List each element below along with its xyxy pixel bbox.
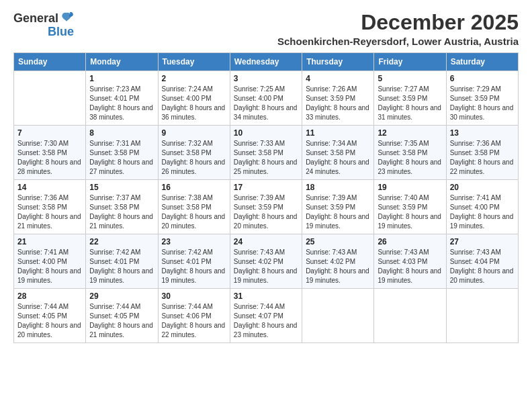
- day-number: 25: [306, 237, 370, 246]
- calendar-cell: 26 Sunrise: 7:43 AMSunset: 4:03 PMDaylig…: [374, 234, 446, 289]
- calendar-cell: 17 Sunrise: 7:39 AMSunset: 3:59 PMDaylig…: [230, 180, 302, 234]
- calendar-cell: [302, 289, 374, 343]
- calendar-table: SundayMondayTuesdayWednesdayThursdayFrid…: [13, 52, 519, 343]
- calendar-cell: [374, 289, 446, 343]
- day-info: Sunrise: 7:41 AMSunset: 4:00 PMDaylight:…: [450, 193, 515, 231]
- day-number: 7: [17, 128, 82, 138]
- logo-general: General: [13, 12, 58, 24]
- month-title: December 2025: [277, 11, 519, 34]
- calendar-cell: 9 Sunrise: 7:32 AMSunset: 3:58 PMDayligh…: [158, 126, 230, 180]
- day-info: Sunrise: 7:39 AMSunset: 3:59 PMDaylight:…: [234, 193, 298, 231]
- calendar-cell: 14 Sunrise: 7:36 AMSunset: 3:58 PMDaylig…: [14, 180, 86, 234]
- day-info: Sunrise: 7:42 AMSunset: 4:01 PMDaylight:…: [162, 248, 226, 285]
- calendar-week-row: 7 Sunrise: 7:30 AMSunset: 3:58 PMDayligh…: [14, 126, 519, 180]
- calendar-week-row: 28 Sunrise: 7:44 AMSunset: 4:05 PMDaylig…: [14, 289, 519, 343]
- day-number: 21: [17, 237, 82, 246]
- day-info: Sunrise: 7:25 AMSunset: 4:00 PMDaylight:…: [234, 85, 298, 122]
- calendar-header-row: SundayMondayTuesdayWednesdayThursdayFrid…: [14, 53, 519, 71]
- calendar-cell: 24 Sunrise: 7:43 AMSunset: 4:02 PMDaylig…: [230, 234, 302, 289]
- day-number: 19: [378, 183, 442, 192]
- weekday-header: Saturday: [446, 53, 518, 71]
- calendar-cell: 23 Sunrise: 7:42 AMSunset: 4:01 PMDaylig…: [158, 234, 230, 289]
- location-title: Schoenkirchen-Reyersdorf, Lower Austria,…: [277, 36, 519, 47]
- logo: General Blue: [13, 11, 74, 38]
- day-number: 22: [89, 237, 154, 246]
- day-info: Sunrise: 7:26 AMSunset: 3:59 PMDaylight:…: [306, 85, 370, 122]
- calendar-cell: 1 Sunrise: 7:23 AMSunset: 4:01 PMDayligh…: [86, 71, 158, 126]
- day-info: Sunrise: 7:36 AMSunset: 3:58 PMDaylight:…: [17, 193, 82, 231]
- calendar-cell: 25 Sunrise: 7:43 AMSunset: 4:02 PMDaylig…: [302, 234, 374, 289]
- day-number: 27: [450, 237, 515, 246]
- calendar-cell: 2 Sunrise: 7:24 AMSunset: 4:00 PMDayligh…: [158, 71, 230, 126]
- day-info: Sunrise: 7:44 AMSunset: 4:07 PMDaylight:…: [234, 302, 298, 340]
- logo-blue: Blue: [48, 26, 74, 38]
- weekday-header: Friday: [374, 53, 446, 71]
- weekday-header: Tuesday: [158, 53, 230, 71]
- calendar-cell: 16 Sunrise: 7:38 AMSunset: 3:58 PMDaylig…: [158, 180, 230, 234]
- calendar-cell: 18 Sunrise: 7:39 AMSunset: 3:59 PMDaylig…: [302, 180, 374, 234]
- logo-bird-icon: [59, 11, 74, 26]
- day-number: 10: [234, 128, 298, 138]
- day-number: 23: [162, 237, 226, 246]
- day-number: 3: [234, 74, 298, 83]
- day-info: Sunrise: 7:29 AMSunset: 3:59 PMDaylight:…: [450, 85, 515, 122]
- day-number: 4: [306, 74, 370, 83]
- calendar-cell: 22 Sunrise: 7:42 AMSunset: 4:01 PMDaylig…: [86, 234, 158, 289]
- day-number: 26: [378, 237, 442, 246]
- day-info: Sunrise: 7:43 AMSunset: 4:02 PMDaylight:…: [306, 248, 370, 285]
- day-number: 5: [378, 74, 442, 83]
- day-info: Sunrise: 7:44 AMSunset: 4:06 PMDaylight:…: [162, 302, 226, 340]
- title-block: December 2025 Schoenkirchen-Reyersdorf, …: [277, 11, 519, 47]
- day-info: Sunrise: 7:44 AMSunset: 4:05 PMDaylight:…: [17, 302, 82, 340]
- day-info: Sunrise: 7:43 AMSunset: 4:03 PMDaylight:…: [378, 248, 442, 285]
- day-number: 8: [89, 128, 154, 138]
- calendar-cell: 15 Sunrise: 7:37 AMSunset: 3:58 PMDaylig…: [86, 180, 158, 234]
- calendar-cell: 27 Sunrise: 7:43 AMSunset: 4:04 PMDaylig…: [446, 234, 518, 289]
- day-info: Sunrise: 7:36 AMSunset: 3:58 PMDaylight:…: [450, 139, 515, 177]
- page-header: General Blue December 2025 Schoenkirchen…: [13, 11, 519, 47]
- calendar-cell: 7 Sunrise: 7:30 AMSunset: 3:58 PMDayligh…: [14, 126, 86, 180]
- day-info: Sunrise: 7:33 AMSunset: 3:58 PMDaylight:…: [234, 139, 298, 177]
- day-info: Sunrise: 7:38 AMSunset: 3:58 PMDaylight:…: [162, 193, 226, 231]
- day-info: Sunrise: 7:43 AMSunset: 4:02 PMDaylight:…: [234, 248, 298, 285]
- day-info: Sunrise: 7:30 AMSunset: 3:58 PMDaylight:…: [17, 139, 82, 177]
- day-number: 14: [17, 183, 82, 192]
- calendar-cell: [446, 289, 518, 343]
- day-number: 13: [450, 128, 515, 138]
- day-number: 9: [162, 128, 226, 138]
- day-info: Sunrise: 7:39 AMSunset: 3:59 PMDaylight:…: [306, 193, 370, 231]
- day-number: 2: [162, 74, 226, 83]
- calendar-cell: 29 Sunrise: 7:44 AMSunset: 4:05 PMDaylig…: [86, 289, 158, 343]
- day-info: Sunrise: 7:43 AMSunset: 4:04 PMDaylight:…: [450, 248, 515, 285]
- calendar-cell: 19 Sunrise: 7:40 AMSunset: 3:59 PMDaylig…: [374, 180, 446, 234]
- calendar-cell: 31 Sunrise: 7:44 AMSunset: 4:07 PMDaylig…: [230, 289, 302, 343]
- day-info: Sunrise: 7:42 AMSunset: 4:01 PMDaylight:…: [89, 248, 154, 285]
- day-number: 11: [306, 128, 370, 138]
- day-number: 20: [450, 183, 515, 192]
- day-number: 15: [89, 183, 154, 192]
- day-number: 6: [450, 74, 515, 83]
- day-number: 12: [378, 128, 442, 138]
- calendar-cell: 20 Sunrise: 7:41 AMSunset: 4:00 PMDaylig…: [446, 180, 518, 234]
- day-number: 1: [89, 74, 154, 83]
- weekday-header: Wednesday: [230, 53, 302, 71]
- day-info: Sunrise: 7:24 AMSunset: 4:00 PMDaylight:…: [162, 85, 226, 122]
- day-info: Sunrise: 7:32 AMSunset: 3:58 PMDaylight:…: [162, 139, 226, 177]
- day-number: 29: [89, 291, 154, 301]
- day-info: Sunrise: 7:34 AMSunset: 3:58 PMDaylight:…: [306, 139, 370, 177]
- calendar-week-row: 21 Sunrise: 7:41 AMSunset: 4:00 PMDaylig…: [14, 234, 519, 289]
- calendar-cell: 4 Sunrise: 7:26 AMSunset: 3:59 PMDayligh…: [302, 71, 374, 126]
- day-info: Sunrise: 7:31 AMSunset: 3:58 PMDaylight:…: [89, 139, 154, 177]
- day-number: 18: [306, 183, 370, 192]
- calendar-week-row: 1 Sunrise: 7:23 AMSunset: 4:01 PMDayligh…: [14, 71, 519, 126]
- day-number: 30: [162, 291, 226, 301]
- calendar-cell: [14, 71, 86, 126]
- calendar-cell: 21 Sunrise: 7:41 AMSunset: 4:00 PMDaylig…: [14, 234, 86, 289]
- day-info: Sunrise: 7:41 AMSunset: 4:00 PMDaylight:…: [17, 248, 82, 285]
- day-info: Sunrise: 7:40 AMSunset: 3:59 PMDaylight:…: [378, 193, 442, 231]
- calendar-cell: 13 Sunrise: 7:36 AMSunset: 3:58 PMDaylig…: [446, 126, 518, 180]
- day-number: 24: [234, 237, 298, 246]
- day-info: Sunrise: 7:37 AMSunset: 3:58 PMDaylight:…: [89, 193, 154, 231]
- day-info: Sunrise: 7:44 AMSunset: 4:05 PMDaylight:…: [89, 302, 154, 340]
- calendar-cell: 6 Sunrise: 7:29 AMSunset: 3:59 PMDayligh…: [446, 71, 518, 126]
